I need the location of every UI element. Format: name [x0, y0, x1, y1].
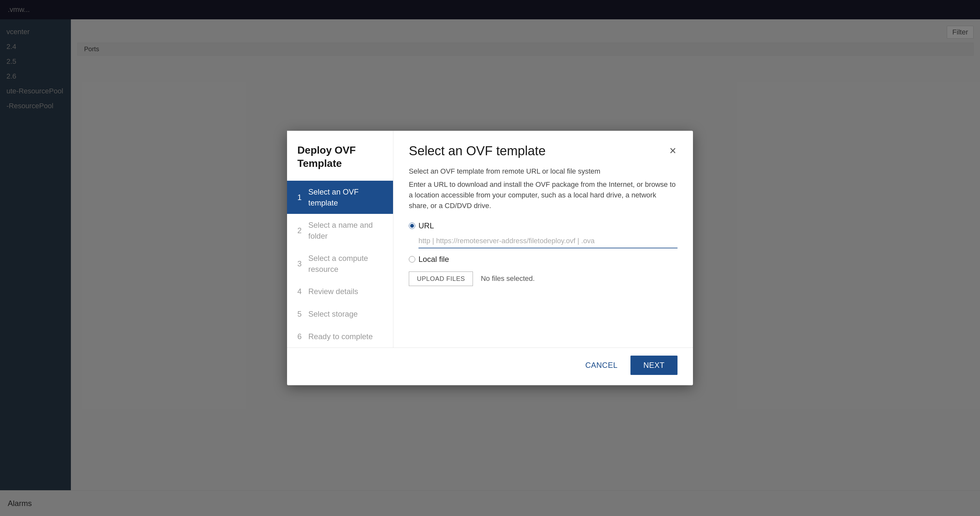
modal-footer: CANCEL NEXT [287, 348, 693, 385]
step-label-1: Select an OVF template [308, 186, 383, 208]
wizard-step-6[interactable]: 6 Ready to complete [287, 325, 393, 348]
description-line1: Select an OVF template from remote URL o… [409, 166, 678, 176]
step-label-3: Select a compute resource [308, 253, 383, 275]
form-section: URL Local file UPLOAD FILES No files sel… [409, 221, 678, 292]
step-number-6: 6 [298, 331, 305, 342]
modal-main-content: Select an OVF template × Select an OVF t… [393, 131, 693, 348]
cancel-button[interactable]: CANCEL [579, 357, 624, 374]
wizard-steps: 1 Select an OVF template 2 Select a name… [287, 181, 393, 348]
step-label-4: Review details [308, 286, 358, 297]
url-radio-group: URL [409, 221, 678, 248]
modal-content-header: Select an OVF template × [409, 144, 678, 158]
wizard-step-2[interactable]: 2 Select a name and folder [287, 214, 393, 247]
modal-overlay: Deploy OVF Template 1 Select an OVF temp… [0, 0, 980, 516]
modal-title: Select an OVF template [409, 144, 546, 158]
local-file-radio-group: Local file UPLOAD FILES No files selecte… [409, 255, 678, 286]
upload-files-button[interactable]: UPLOAD FILES [409, 271, 473, 286]
step-label-6: Ready to complete [308, 331, 373, 342]
local-file-radio-text: Local file [418, 255, 449, 264]
step-number-5: 5 [298, 308, 305, 319]
modal-sidebar: Deploy OVF Template 1 Select an OVF temp… [287, 131, 393, 348]
url-input[interactable] [418, 234, 678, 248]
modal-body: Deploy OVF Template 1 Select an OVF temp… [287, 131, 693, 348]
close-button[interactable]: × [668, 144, 678, 158]
wizard-step-5[interactable]: 5 Select storage [287, 303, 393, 325]
deploy-ovf-modal: Deploy OVF Template 1 Select an OVF temp… [287, 131, 693, 386]
step-number-4: 4 [298, 286, 305, 297]
local-file-section: UPLOAD FILES No files selected. [409, 271, 678, 286]
wizard-step-1[interactable]: 1 Select an OVF template [287, 181, 393, 214]
modal-sidebar-title: Deploy OVF Template [287, 131, 393, 181]
url-radio-label[interactable]: URL [409, 221, 678, 230]
wizard-step-4[interactable]: 4 Review details [287, 280, 393, 303]
local-file-radio-label[interactable]: Local file [409, 255, 678, 264]
wizard-step-3[interactable]: 3 Select a compute resource [287, 247, 393, 280]
step-label-5: Select storage [308, 308, 358, 319]
step-number-1: 1 [298, 192, 305, 203]
description-line2: Enter a URL to download and install the … [409, 179, 678, 211]
url-radio-text: URL [418, 221, 434, 230]
next-button[interactable]: NEXT [630, 356, 678, 375]
no-files-text: No files selected. [480, 275, 535, 283]
step-number-2: 2 [298, 225, 305, 236]
step-label-2: Select a name and folder [308, 220, 383, 241]
url-radio-input[interactable] [409, 222, 415, 229]
step-number-3: 3 [298, 258, 305, 269]
local-file-radio-input[interactable] [409, 256, 415, 262]
